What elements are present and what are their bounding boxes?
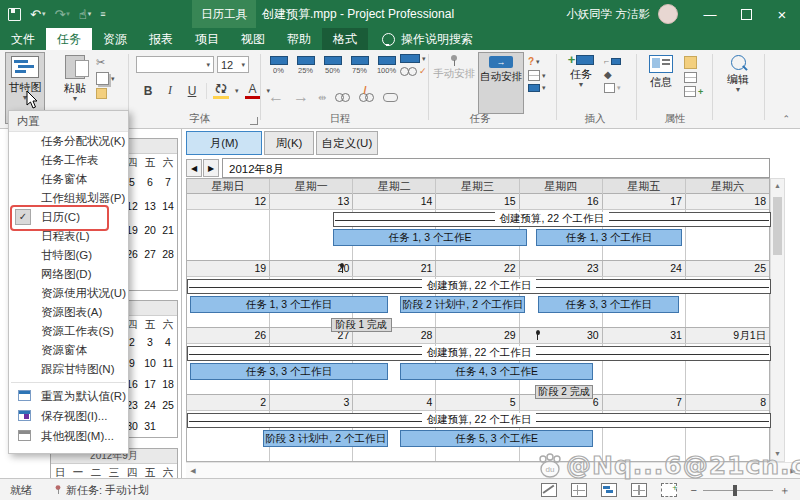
tab-report[interactable]: 报表 [138, 28, 184, 50]
mini-calendar-day[interactable]: 17 [141, 374, 159, 395]
summary-task-bar[interactable]: 创建预算, 22 个工作日 [187, 413, 771, 428]
notes-button[interactable] [684, 56, 703, 69]
percent-complete-50%[interactable]: 50% [320, 56, 345, 75]
date-number[interactable]: 21 [353, 261, 436, 276]
mini-calendar-day[interactable]: 10 [141, 353, 159, 374]
zoom-in-button[interactable]: ＋ [779, 483, 790, 498]
view-menu-item[interactable]: 资源使用状况(U) [9, 284, 128, 303]
bold-button[interactable]: B [140, 84, 156, 98]
view-menu-footer-item[interactable]: 保存视图(I)... [9, 406, 128, 426]
team-planner-view-shortcut-icon[interactable] [601, 483, 617, 497]
view-menu-footer-item[interactable]: 重置为默认值(R) [9, 386, 128, 406]
mini-calendar-day[interactable]: 3 [141, 332, 159, 353]
task-bar[interactable]: 任务 3, 3 个工作日 [190, 363, 388, 380]
collapse-ribbon-chevron[interactable]: ⌃ [782, 114, 790, 124]
split-task-button[interactable]: ⇹ [318, 92, 326, 103]
date-number[interactable]: 29 [436, 328, 519, 343]
user-name[interactable]: 小妖同学 方洁影 [566, 7, 650, 22]
copy-button[interactable]: ▾ [96, 72, 115, 85]
task-bar[interactable]: 任务 4, 3 个工作E [400, 363, 593, 380]
task-bar[interactable]: 阶段 2 计划中, 2 个工作日 [400, 296, 525, 313]
maximize-button[interactable] [728, 0, 764, 28]
mini-calendar-day[interactable]: 18 [159, 374, 177, 395]
tab-project[interactable]: 项目 [184, 28, 230, 50]
font-color-button[interactable]: A [245, 82, 261, 99]
undo-icon[interactable]: ↶▾ [30, 7, 45, 22]
mark-on-track-button[interactable]: ▾ [400, 54, 427, 63]
view-scale-button-week[interactable]: 周(K) [264, 131, 314, 155]
date-number[interactable]: 15 [436, 194, 519, 209]
mini-calendar-day[interactable]: 25 [159, 395, 177, 416]
gantt-view-shortcut-icon[interactable] [541, 483, 557, 497]
vertical-scrollbar[interactable]: ▲ ▼ [770, 178, 785, 462]
underline-button[interactable]: U [184, 84, 200, 98]
respect-links-button[interactable]: ✓ [400, 66, 427, 76]
new-view-shortcut-icon[interactable] [661, 483, 677, 497]
background-color-button[interactable]: 🗘 [213, 82, 229, 99]
view-menu-item[interactable]: 任务工作表 [9, 151, 128, 170]
date-number[interactable]: 3 [270, 395, 353, 410]
summary-task-bar[interactable]: 创建预算, 22 个工作日 [187, 279, 771, 294]
date-number[interactable]: 23 [520, 261, 603, 276]
scroll-right-icon[interactable]: ▶ [786, 463, 800, 478]
summary-task-bar[interactable]: 创建预算, 22 个工作日 [187, 346, 771, 361]
tab-task[interactable]: 任务 [46, 28, 92, 50]
font-size-select[interactable]: 12▾ [217, 56, 249, 73]
task-bar[interactable]: 任务 3, 3 个工作日 [538, 296, 679, 313]
tab-file[interactable]: 文件 [0, 28, 46, 50]
task-bar[interactable]: 任务 1, 3 个工作日 [536, 229, 682, 246]
mini-calendar-day[interactable]: 27 [141, 242, 159, 266]
manual-schedule-button[interactable]: 手动安排 [432, 52, 476, 114]
date-number[interactable]: 24 [603, 261, 686, 276]
zoom-slider[interactable] [703, 490, 773, 491]
mini-calendar-day[interactable] [141, 266, 159, 290]
mini-calendar-day[interactable]: 7 [159, 170, 177, 194]
tab-help[interactable]: 帮助 [276, 28, 322, 50]
view-menu-footer-item[interactable]: 其他视图(M)... [9, 426, 128, 446]
resource-sheet-view-shortcut-icon[interactable] [631, 483, 647, 497]
date-number[interactable]: 30 [520, 328, 603, 343]
date-number[interactable]: 18 [686, 194, 769, 209]
date-number[interactable]: 25 [686, 261, 769, 276]
link-tasks-button[interactable] [335, 88, 350, 106]
task-bar[interactable]: 任务 1, 3 个工作日 [190, 296, 388, 313]
font-name-select[interactable]: ▾ [136, 56, 214, 73]
tab-format[interactable]: 格式 [322, 28, 368, 50]
mini-calendar-day[interactable]: 4 [159, 332, 177, 353]
font-dialog-launcher[interactable] [250, 117, 258, 125]
inspect-task-button[interactable]: ?▾ [528, 56, 546, 67]
date-number[interactable]: 9月1日 [686, 328, 769, 343]
mini-calendar-day[interactable]: 28 [159, 242, 177, 266]
scroll-up-icon[interactable]: ▲ [771, 179, 784, 193]
mini-calendar-day[interactable] [159, 416, 177, 437]
redo-icon[interactable]: ↷▾ [54, 7, 69, 22]
view-menu-item[interactable]: 资源工作表(S) [9, 322, 128, 341]
unlink-tasks-button[interactable] [359, 88, 374, 106]
date-number[interactable]: 2 [187, 395, 270, 410]
date-number[interactable]: 12 [187, 194, 270, 209]
view-menu-item[interactable]: 任务窗体 [9, 170, 128, 189]
inactivate-button[interactable] [383, 88, 398, 106]
date-number[interactable]: 13 [270, 194, 353, 209]
add-to-timeline-button[interactable]: + [684, 86, 703, 97]
date-number[interactable]: 19 [187, 261, 270, 276]
vertical-scroll-thumb[interactable] [773, 197, 782, 255]
mini-calendar-day[interactable]: 20 [141, 218, 159, 242]
view-menu-item[interactable]: 日历(C)✓ [9, 208, 128, 227]
percent-complete-25%[interactable]: 25% [293, 56, 318, 75]
insert-task-button[interactable]: + 任务 ▼ [562, 52, 600, 118]
background-color-dropdown[interactable]: ▾ [235, 88, 239, 94]
mini-calendar-day[interactable] [159, 266, 177, 290]
touch-mode-icon[interactable]: ☝▾ [79, 7, 91, 22]
mini-calendar-day[interactable]: 14 [159, 194, 177, 218]
date-number[interactable]: 5 [436, 395, 519, 410]
date-number[interactable]: 31 [603, 328, 686, 343]
move-task-back-button[interactable]: ← [268, 88, 284, 106]
task-usage-view-shortcut-icon[interactable] [571, 483, 587, 497]
insert-summary-button[interactable]: ⌐ [604, 56, 621, 66]
percent-complete-75%[interactable]: 75% [347, 56, 372, 75]
view-menu-item[interactable]: 跟踪甘特图(N) [9, 360, 128, 379]
previous-month-button[interactable]: ◀ [186, 159, 202, 177]
close-button[interactable]: × [764, 0, 800, 28]
completed-task-bar[interactable]: 阶段 2 完成 [535, 385, 593, 399]
